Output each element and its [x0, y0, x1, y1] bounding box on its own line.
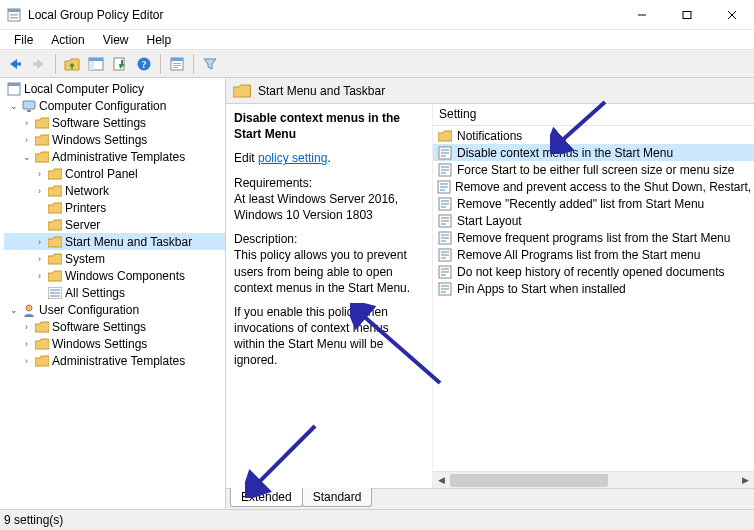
- tree-label: Windows Settings: [52, 133, 147, 147]
- menu-help[interactable]: Help: [139, 31, 180, 49]
- list-row-label: Notifications: [457, 129, 522, 143]
- folder-icon: [47, 217, 63, 233]
- svg-rect-23: [23, 101, 35, 109]
- tree-user-configuration[interactable]: ⌄ User Configuration: [4, 301, 225, 318]
- list-row-label: Remove frequent programs list from the S…: [457, 231, 730, 245]
- scroll-right-button[interactable]: ▶: [737, 472, 754, 489]
- tree-start-menu-taskbar[interactable]: › Start Menu and Taskbar: [4, 233, 225, 250]
- policy-root-icon: [6, 81, 22, 97]
- list-body[interactable]: NotificationsDisable context menus in th…: [433, 126, 754, 471]
- menu-file[interactable]: File: [6, 31, 41, 49]
- list-row[interactable]: Remove frequent programs list from the S…: [433, 229, 754, 246]
- chevron-right-icon[interactable]: ›: [34, 186, 45, 196]
- chevron-down-icon[interactable]: ⌄: [8, 305, 19, 315]
- scrollbar-track[interactable]: [450, 472, 737, 489]
- list-row-label: Do not keep history of recently opened d…: [457, 265, 725, 279]
- policy-icon: [437, 162, 453, 178]
- scrollbar-thumb[interactable]: [450, 474, 608, 487]
- list-row[interactable]: Remove All Programs list from the Start …: [433, 246, 754, 263]
- tree-pane[interactable]: Local Computer Policy ⌄ Computer Configu…: [0, 78, 226, 509]
- export-list-button[interactable]: [109, 53, 131, 75]
- chevron-right-icon[interactable]: ›: [34, 169, 45, 179]
- svg-rect-5: [683, 11, 691, 18]
- folder-icon: [34, 319, 50, 335]
- tree-root[interactable]: Local Computer Policy: [4, 80, 225, 97]
- up-button[interactable]: [61, 53, 83, 75]
- list-row[interactable]: Pin Apps to Start when installed: [433, 280, 754, 297]
- settings-list-icon: [47, 285, 63, 301]
- menu-action[interactable]: Action: [43, 31, 92, 49]
- tree-label: System: [65, 252, 105, 266]
- svg-rect-2: [10, 14, 18, 16]
- list-row-label: Remove and prevent access to the Shut Do…: [455, 180, 754, 194]
- tree-label: Printers: [65, 201, 106, 215]
- chevron-right-icon[interactable]: ›: [21, 322, 32, 332]
- list-row[interactable]: Start Layout: [433, 212, 754, 229]
- svg-rect-22: [8, 83, 20, 86]
- show-hide-tree-button[interactable]: [85, 53, 107, 75]
- edit-policy-link[interactable]: policy setting: [258, 151, 327, 165]
- tree-control-panel[interactable]: › Control Panel: [4, 165, 225, 182]
- tree-label: Software Settings: [52, 320, 146, 334]
- policy-icon: [437, 213, 453, 229]
- list-row[interactable]: Disable context menus in the Start Menu: [433, 144, 754, 161]
- list-row-label: Remove "Recently added" list from Start …: [457, 197, 704, 211]
- tree-user-windows-settings[interactable]: › Windows Settings: [4, 335, 225, 352]
- tree-user-software-settings[interactable]: › Software Settings: [4, 318, 225, 335]
- right-pane: Start Menu and Taskbar Disable context m…: [226, 78, 754, 509]
- maximize-button[interactable]: [664, 0, 709, 30]
- user-icon: [21, 302, 37, 318]
- policy-icon: [437, 230, 453, 246]
- list-row[interactable]: Remove "Recently added" list from Start …: [433, 195, 754, 212]
- tree-root-label: Local Computer Policy: [24, 82, 144, 96]
- chevron-right-icon[interactable]: ›: [21, 118, 32, 128]
- scroll-left-button[interactable]: ◀: [433, 472, 450, 489]
- chevron-down-icon[interactable]: ⌄: [8, 101, 19, 111]
- tree-system[interactable]: › System: [4, 250, 225, 267]
- tree-server[interactable]: Server: [4, 216, 225, 233]
- chevron-right-icon[interactable]: ›: [34, 271, 45, 281]
- horizontal-scrollbar[interactable]: ◀ ▶: [433, 471, 754, 488]
- tab-standard[interactable]: Standard: [302, 488, 373, 507]
- chevron-right-icon[interactable]: ›: [21, 339, 32, 349]
- help-button[interactable]: ?: [133, 53, 155, 75]
- chevron-right-icon[interactable]: ›: [21, 356, 32, 366]
- filter-button[interactable]: [199, 53, 221, 75]
- list-row[interactable]: Notifications: [433, 127, 754, 144]
- tree-user-admin-templates[interactable]: › Administrative Templates: [4, 352, 225, 369]
- menu-view[interactable]: View: [95, 31, 137, 49]
- list-column-header[interactable]: Setting: [433, 104, 754, 126]
- tree-label: Windows Components: [65, 269, 185, 283]
- tree-printers[interactable]: Printers: [4, 199, 225, 216]
- folder-icon: [47, 268, 63, 284]
- folder-icon: [47, 183, 63, 199]
- tree-network[interactable]: › Network: [4, 182, 225, 199]
- tree-windows-settings[interactable]: › Windows Settings: [4, 131, 225, 148]
- status-bar: 9 setting(s): [0, 510, 754, 530]
- tree-windows-components[interactable]: › Windows Components: [4, 267, 225, 284]
- chevron-right-icon[interactable]: ›: [34, 237, 45, 247]
- toolbar-separator: [193, 54, 194, 74]
- list-row[interactable]: Do not keep history of recently opened d…: [433, 263, 754, 280]
- tree-label: Control Panel: [65, 167, 138, 181]
- policy-icon: [437, 196, 453, 212]
- view-tabs: Extended Standard: [226, 488, 754, 509]
- chevron-down-icon[interactable]: ⌄: [21, 152, 32, 162]
- minimize-button[interactable]: [619, 0, 664, 30]
- tree-all-settings[interactable]: All Settings: [4, 284, 225, 301]
- chevron-right-icon[interactable]: ›: [34, 254, 45, 264]
- tree-admin-templates[interactable]: ⌄ Administrative Templates: [4, 148, 225, 165]
- folder-icon: [47, 166, 63, 182]
- tree-computer-configuration[interactable]: ⌄ Computer Configuration: [4, 97, 225, 114]
- list-row[interactable]: Remove and prevent access to the Shut Do…: [433, 178, 754, 195]
- tab-extended[interactable]: Extended: [230, 488, 303, 507]
- chevron-right-icon[interactable]: ›: [21, 135, 32, 145]
- tree-software-settings[interactable]: › Software Settings: [4, 114, 225, 131]
- list-row[interactable]: Force Start to be either full screen siz…: [433, 161, 754, 178]
- back-button[interactable]: [4, 53, 26, 75]
- close-button[interactable]: [709, 0, 754, 30]
- list-row-label: Remove All Programs list from the Start …: [457, 248, 700, 262]
- properties-button[interactable]: [166, 53, 188, 75]
- forward-button[interactable]: [28, 53, 50, 75]
- svg-rect-11: [89, 58, 103, 61]
